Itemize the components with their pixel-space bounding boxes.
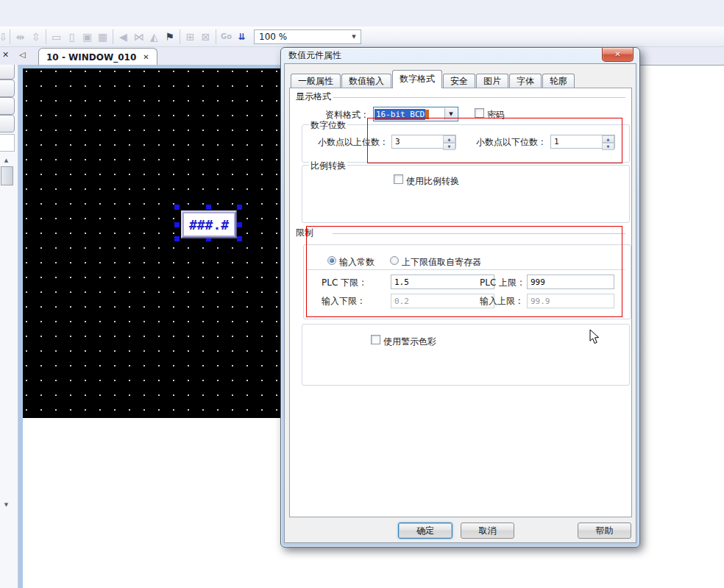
- tab-picture[interactable]: 图片: [476, 74, 508, 88]
- plc-low-label: PLC 下限 :: [322, 277, 364, 289]
- numeric-display-element[interactable]: ###.#: [181, 210, 237, 238]
- use-scaling-label: 使用比例转换: [406, 175, 459, 188]
- dropdown-arrow-icon[interactable]: ▼: [444, 108, 457, 120]
- tab-general[interactable]: 一般属性: [291, 74, 341, 88]
- resize-width-icon[interactable]: ▯: [64, 29, 79, 45]
- tab-scroll-left-button[interactable]: ◁: [19, 50, 25, 60]
- plc-high-value: 999: [530, 277, 545, 287]
- help-button[interactable]: 帮助: [578, 523, 631, 539]
- selected-element[interactable]: ###.#: [174, 205, 242, 241]
- document-tab[interactable]: 10 - WINDOW_010 ✕: [38, 48, 157, 65]
- toolbar-separator: [10, 29, 10, 44]
- use-scaling-checkbox[interactable]: [394, 174, 403, 184]
- tab-profile[interactable]: 轮廓: [542, 74, 575, 88]
- plc-high-label: PLC 上限 :: [480, 277, 522, 289]
- align-box-icon[interactable]: ▭: [49, 29, 64, 45]
- canvas-viewport: ###.#: [18, 65, 285, 588]
- selection-handle[interactable]: [237, 236, 242, 241]
- dialog-titlebar[interactable]: 数值元件属性 ✕: [281, 48, 639, 63]
- dialog-title: 数值元件属性: [288, 49, 341, 62]
- spin-down-icon[interactable]: ▼: [602, 143, 614, 150]
- tool-button[interactable]: [0, 65, 15, 79]
- cancel-button[interactable]: 取消: [461, 523, 514, 539]
- resize-both-icon[interactable]: ▣: [79, 29, 95, 45]
- numeric-element-text: ###.#: [189, 217, 229, 233]
- fraction-digits-spinner[interactable]: 1 ▲ ▼: [550, 135, 615, 149]
- spin-down-icon[interactable]: ▼: [443, 143, 455, 150]
- input-low-field[interactable]: 0.2: [391, 294, 494, 308]
- tool-button[interactable]: [0, 115, 15, 132]
- design-canvas[interactable]: ###.#: [23, 68, 280, 418]
- tool-button[interactable]: [0, 97, 15, 115]
- toolbar-separator: [180, 29, 180, 44]
- dialog-tab-bar: 一般属性 数值输入 数字格式 安全 图片 字体 轮廓: [291, 70, 575, 88]
- dialog-close-button[interactable]: ✕: [602, 48, 634, 62]
- plc-low-field[interactable]: 1.5: [391, 274, 494, 289]
- input-high-field[interactable]: 99.9: [527, 294, 614, 308]
- mirror-horizontal-icon[interactable]: ⋈: [131, 29, 146, 45]
- spin-up-icon[interactable]: ▲: [443, 135, 455, 143]
- dropdown-arrow-icon[interactable]: ▼: [348, 31, 360, 43]
- use-warning-color-label: 使用警示色彩: [383, 336, 436, 348]
- fit-to-grid-icon[interactable]: ▦: [95, 29, 110, 45]
- section-divider: [333, 97, 625, 98]
- pin-icon[interactable]: ⚑: [162, 29, 177, 45]
- register-radio[interactable]: [390, 256, 399, 265]
- document-tab-close-button[interactable]: ✕: [143, 53, 149, 61]
- tab-number-format[interactable]: 数字格式: [392, 70, 442, 88]
- constant-radio[interactable]: [327, 256, 336, 265]
- fraction-digits-value: 1: [554, 137, 559, 146]
- go-icon[interactable]: Go: [219, 29, 234, 45]
- data-format-combobox[interactable]: 16-bit BCD ▼: [373, 107, 458, 121]
- selection-handle[interactable]: [174, 222, 180, 227]
- ok-button[interactable]: 确定: [398, 523, 452, 539]
- selection-handle[interactable]: [237, 205, 242, 210]
- tool-button[interactable]: [0, 79, 15, 97]
- rotate-icon[interactable]: ◭: [146, 29, 162, 45]
- zoom-level-value: 100 %: [259, 32, 287, 42]
- groupbox-divider: [307, 269, 625, 270]
- panel-close-button[interactable]: ✕: [2, 50, 9, 60]
- scaling-groupbox: [302, 165, 630, 223]
- display-format-section-label: 显示格式: [294, 91, 333, 103]
- input-high-label: 输入上限 :: [480, 295, 521, 308]
- zoom-level-combobox[interactable]: 100 % ▼: [254, 29, 361, 44]
- main-toolbar: ⇩ ⇹ ⇳ ▭ ▯ ▣ ▦ ◀ ⋈ ◭ ⚑ ⊞ ⊠ Go ⇊ 100 % ▼: [0, 26, 724, 47]
- group-icon[interactable]: ⊞: [182, 29, 198, 45]
- data-format-value: 16-bit BCD: [375, 109, 425, 120]
- limits-section-label: 限制: [294, 227, 315, 239]
- dialog-client-area: 一般属性 数值输入 数字格式 安全 图片 字体 轮廓 显示格式 资料格式 : 1…: [284, 63, 636, 543]
- tab-font[interactable]: 字体: [509, 74, 542, 88]
- tab-security[interactable]: 安全: [443, 74, 475, 88]
- integer-digits-spinner[interactable]: 3 ▲ ▼: [391, 135, 456, 149]
- section-divider: [333, 233, 625, 234]
- toolbar-separator: [46, 29, 46, 44]
- ungroup-icon[interactable]: ⊠: [198, 29, 213, 45]
- use-warning-color-checkbox[interactable]: [371, 335, 380, 344]
- selection-handle[interactable]: [206, 205, 211, 210]
- spin-up-icon[interactable]: ▲: [602, 135, 614, 143]
- scaling-section-label: 比例转换: [309, 160, 347, 172]
- equal-height-icon[interactable]: ⇳: [28, 29, 43, 45]
- partial-tool-icon[interactable]: ⇩: [1, 29, 7, 45]
- selection-handle[interactable]: [174, 236, 180, 241]
- tab-numeric-input[interactable]: 数值输入: [341, 74, 391, 88]
- panel-scroll-down-button[interactable]: ▼: [0, 502, 13, 508]
- tool-button[interactable]: [0, 134, 15, 152]
- selection-handle[interactable]: [174, 205, 180, 210]
- plc-high-field[interactable]: 999: [527, 274, 614, 289]
- zoom-stack-icon[interactable]: ⇊: [234, 29, 249, 45]
- fraction-digits-label: 小数点以下位数 :: [476, 136, 544, 149]
- text-caret: [425, 110, 429, 119]
- flip-left-icon[interactable]: ◀: [116, 29, 131, 45]
- panel-scroll-thumb[interactable]: [1, 166, 13, 185]
- panel-scroll-up-button[interactable]: ▲: [0, 157, 13, 163]
- integer-digits-label: 小数点以上位数 :: [318, 136, 386, 149]
- password-checkbox[interactable]: [475, 108, 484, 118]
- plc-low-value: 1.5: [394, 277, 409, 287]
- selection-handle[interactable]: [237, 222, 242, 227]
- equal-width-icon[interactable]: ⇹: [13, 29, 28, 45]
- document-tab-label: 10 - WINDOW_010: [46, 52, 136, 63]
- constant-radio-label: 输入常数: [339, 256, 375, 269]
- mouse-cursor: [589, 329, 600, 347]
